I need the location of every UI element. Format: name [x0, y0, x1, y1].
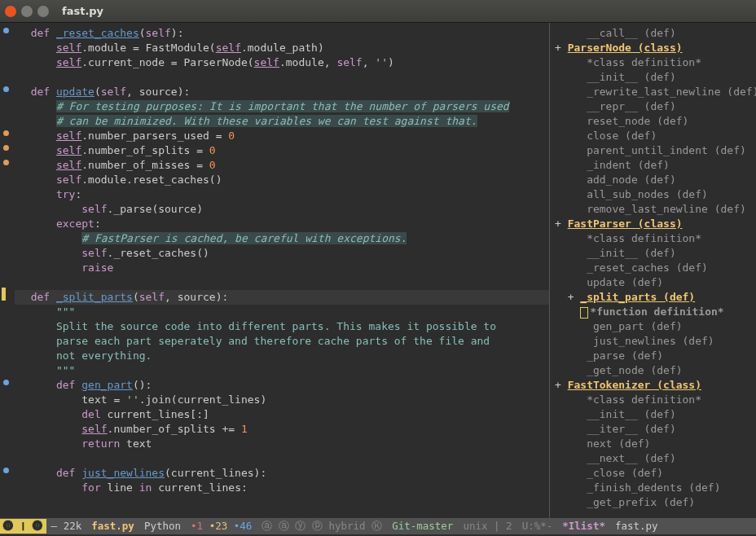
- outline-item[interactable]: update (def): [555, 275, 756, 290]
- outline-item[interactable]: _close (def): [555, 466, 756, 481]
- gutter-mark: [0, 433, 15, 448]
- code-line[interactable]: self._reset_caches(): [15, 246, 549, 261]
- outline-item[interactable]: remove_last_newline (def): [555, 202, 756, 217]
- buffer-state: U:%*-: [517, 519, 558, 533]
- code-line[interactable]: del current_lines[:]: [15, 407, 549, 422]
- vc-branch[interactable]: Git-master: [387, 519, 458, 533]
- outline-current-def[interactable]: + _split_parts (def): [555, 290, 756, 305]
- outline-item[interactable]: next (def): [555, 437, 756, 451]
- code-buffer[interactable]: def _reset_caches(self): self.module = F…: [15, 23, 549, 518]
- outline-item[interactable]: _indent (def): [555, 158, 756, 173]
- code-line[interactable]: self.number_of_splits += 1: [15, 422, 549, 437]
- outline-item[interactable]: _reset_caches (def): [555, 261, 756, 275]
- code-line[interactable]: def gen_part():: [15, 378, 549, 393]
- outline-item[interactable]: gen_part (def): [555, 319, 756, 334]
- gutter-mark: [0, 375, 15, 389]
- minimize-icon[interactable]: [21, 6, 33, 17]
- gutter-mark: [0, 345, 15, 360]
- outline-item[interactable]: *class definition*: [555, 55, 756, 70]
- outline-item[interactable]: reset_node (def): [555, 114, 756, 129]
- outline-item[interactable]: __iter__ (def): [555, 422, 756, 437]
- code-line[interactable]: self._parse(source): [15, 202, 549, 217]
- gutter-mark: [0, 331, 15, 345]
- code-line[interactable]: self.current_node = ParserNode(self.modu…: [15, 55, 549, 70]
- outline-item[interactable]: _get_node (def): [555, 363, 756, 378]
- code-line[interactable]: except:: [15, 217, 549, 231]
- outline-item[interactable]: parent_until_indent (def): [555, 143, 756, 158]
- gutter-mark: [0, 257, 15, 272]
- outline-pane[interactable]: __call__ (def)+ ParserNode (class) *clas…: [549, 23, 756, 518]
- gutter-mark: [0, 360, 15, 375]
- main-pane[interactable]: def _reset_caches(self): self.module = F…: [0, 23, 549, 518]
- gutter-mark: [0, 52, 15, 67]
- outline-class[interactable]: + FastParser (class): [555, 217, 756, 231]
- outline-item[interactable]: __init__ (def): [555, 246, 756, 261]
- outline-item[interactable]: _get_prefix (def): [555, 495, 756, 510]
- code-line[interactable]: self.number_of_misses = 0: [15, 158, 549, 173]
- code-line[interactable]: self.module.reset_caches(): [15, 173, 549, 187]
- outline-item[interactable]: add_node (def): [555, 173, 756, 187]
- code-line[interactable]: def update(self, source):: [15, 85, 549, 99]
- code-line[interactable]: def _reset_caches(self):: [15, 26, 549, 41]
- warning-count[interactable]: •23: [209, 520, 228, 532]
- ilist-label[interactable]: *Ilist*: [557, 519, 610, 533]
- code-line[interactable]: self.module = FastModule(self.module_pat…: [15, 41, 549, 55]
- code-line[interactable]: Split the source code into different par…: [15, 319, 549, 334]
- code-line[interactable]: return text: [15, 437, 549, 451]
- code-line[interactable]: """: [15, 305, 549, 319]
- outline-item[interactable]: *class definition*: [555, 393, 756, 407]
- outline-item[interactable]: _parse (def): [555, 349, 756, 363]
- gutter-mark: [0, 243, 15, 257]
- outline-item[interactable]: *class definition*: [555, 231, 756, 246]
- code-line[interactable]: self.number_parsers_used = 0: [15, 129, 549, 143]
- code-line[interactable]: """: [15, 363, 549, 378]
- outline-item[interactable]: __call__ (def): [555, 26, 756, 41]
- code-line[interactable]: def _split_parts(self, source):: [15, 290, 549, 305]
- outline-item[interactable]: __repr__ (def): [555, 99, 756, 114]
- flycheck-indicator[interactable]: ⓿ ❙ ⓿: [0, 519, 46, 533]
- close-icon[interactable]: [5, 6, 16, 17]
- gutter-mark: [0, 184, 15, 199]
- code-line[interactable]: [15, 70, 549, 85]
- modeline: ⓿ ❙ ⓿ – 22k fast.py Python •1 •23 •46 ⓐ …: [0, 518, 756, 534]
- gutter-mark: [0, 96, 15, 111]
- code-line[interactable]: try:: [15, 187, 549, 202]
- outline-item[interactable]: all_sub_nodes (def): [555, 187, 756, 202]
- outline-class[interactable]: + ParserNode (class): [555, 41, 756, 55]
- window-title: fast.py: [62, 4, 103, 19]
- code-line[interactable]: [15, 451, 549, 466]
- gutter-mark: [0, 125, 15, 140]
- gutter-mark: [0, 37, 15, 52]
- code-line[interactable]: text = ''.join(current_lines): [15, 393, 549, 407]
- code-line[interactable]: # For testing purposes: It is important …: [15, 99, 549, 114]
- code-line[interactable]: # FastParser is cached, be careful with …: [15, 231, 549, 246]
- gutter-mark: [0, 272, 15, 287]
- encoding: unix | 2: [458, 519, 516, 533]
- code-line[interactable]: not everything.: [15, 349, 549, 363]
- outline-item[interactable]: __next__ (def): [555, 451, 756, 466]
- code-line[interactable]: for line in current_lines:: [15, 481, 549, 495]
- code-line[interactable]: raise: [15, 261, 549, 275]
- outline-item[interactable]: close (def): [555, 129, 756, 143]
- outline-item[interactable]: __init__ (def): [555, 407, 756, 422]
- gutter-mark: [0, 404, 15, 419]
- code-line[interactable]: parse each part seperately and therefore…: [15, 334, 549, 349]
- code-line[interactable]: self.number_of_splits = 0: [15, 143, 549, 158]
- maximize-icon[interactable]: [37, 6, 49, 17]
- gutter-mark: [0, 169, 15, 184]
- code-line[interactable]: def just_newlines(current_lines):: [15, 466, 549, 481]
- code-line[interactable]: [15, 275, 549, 290]
- outline-item[interactable]: *function definition*: [555, 305, 756, 319]
- error-count[interactable]: •1: [191, 520, 203, 532]
- gutter: [0, 23, 15, 518]
- major-mode[interactable]: Python: [139, 519, 186, 533]
- minor-modes[interactable]: ⓐ ⓐ ⓨ ⓟ hybrid Ⓚ: [257, 519, 387, 533]
- buffer-name[interactable]: fast.py: [86, 519, 139, 533]
- outline-item[interactable]: __init__ (def): [555, 70, 756, 85]
- outline-item[interactable]: _finish_dedents (def): [555, 481, 756, 495]
- info-count[interactable]: •46: [234, 520, 253, 532]
- outline-class[interactable]: + FastTokenizer (class): [555, 378, 756, 393]
- code-line[interactable]: # can be minimized. With these variables…: [15, 114, 549, 129]
- outline-item[interactable]: _rewrite_last_newline (def): [555, 85, 756, 99]
- outline-item[interactable]: just_newlines (def): [555, 334, 756, 349]
